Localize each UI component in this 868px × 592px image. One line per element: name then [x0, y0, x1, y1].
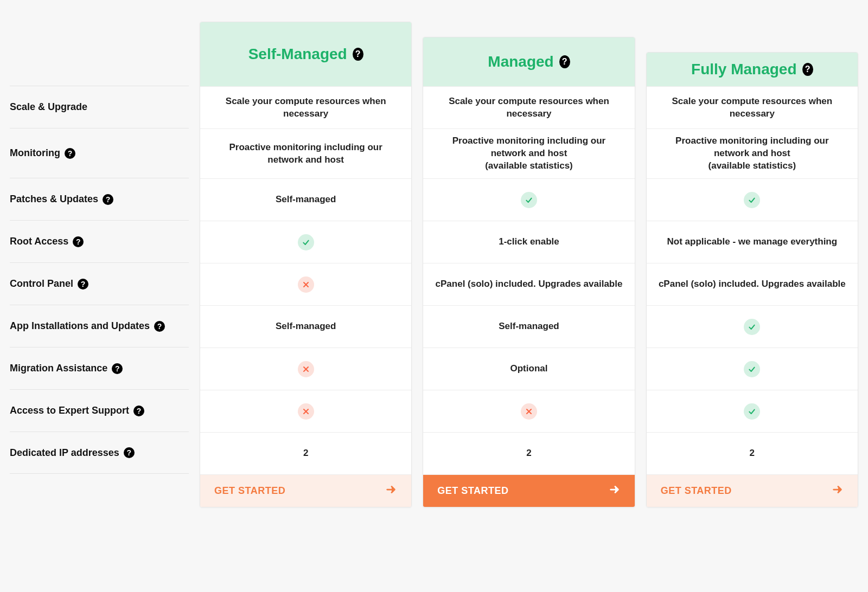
- plan-title: Managed: [488, 53, 553, 70]
- plan-feature-cell: 1-click enable: [423, 221, 634, 263]
- plan-feature-text: 1-click enable: [499, 236, 559, 248]
- plan-feature-cell: cPanel (solo) included. Upgrades availab…: [647, 263, 858, 305]
- feature-label-row: App Installations and Updates?: [10, 305, 189, 347]
- help-icon[interactable]: ?: [353, 48, 363, 61]
- plan-header: Managed?: [423, 37, 634, 86]
- help-icon[interactable]: ?: [133, 406, 144, 416]
- feature-label: Control Panel: [10, 278, 73, 289]
- plan-header: Fully Managed?: [647, 53, 858, 86]
- help-icon[interactable]: ?: [154, 321, 165, 332]
- feature-label-row: Control Panel?: [10, 262, 189, 305]
- plan-feature-cell: Self-managed: [200, 178, 411, 221]
- plan-feature-text: 2: [526, 447, 531, 460]
- help-icon[interactable]: ?: [78, 279, 88, 289]
- plan-feature-cell: Proactive monitoring including our netwo…: [647, 128, 858, 178]
- plan-feature-cell: [200, 263, 411, 305]
- help-icon[interactable]: ?: [559, 55, 570, 68]
- feature-label-row: Root Access?: [10, 220, 189, 262]
- check-icon: [744, 192, 760, 208]
- feature-label: Patches & Updates: [10, 194, 98, 205]
- plan-feature-cell: [647, 178, 858, 221]
- help-icon[interactable]: ?: [73, 236, 84, 247]
- plan-feature-cell: [200, 390, 411, 432]
- help-icon[interactable]: ?: [112, 363, 123, 374]
- feature-label-row: Scale & Upgrade: [10, 86, 189, 128]
- cross-icon: [521, 403, 537, 420]
- feature-labels-column: Scale & UpgradeMonitoring?Patches & Upda…: [10, 22, 189, 507]
- plan-feature-text: Scale your compute resources when necess…: [212, 95, 399, 120]
- plan-feature-text: Proactive monitoring including our netwo…: [435, 135, 622, 172]
- plan-feature-text: Scale your compute resources when necess…: [435, 95, 622, 120]
- plan-feature-text: Not applicable - we manage everything: [667, 236, 838, 248]
- help-icon[interactable]: ?: [802, 63, 813, 76]
- cross-icon: [298, 403, 314, 420]
- feature-label-row: Dedicated IP addresses?: [10, 432, 189, 474]
- feature-label-row: Migration Assistance?: [10, 347, 189, 389]
- plan-feature-cell: Scale your compute resources when necess…: [423, 86, 634, 128]
- plan-feature-text: Proactive monitoring including our netwo…: [212, 141, 399, 166]
- plan-feature-cell: Scale your compute resources when necess…: [200, 86, 411, 128]
- plan-feature-cell: cPanel (solo) included. Upgrades availab…: [423, 263, 634, 305]
- plan-feature-cell: Scale your compute resources when necess…: [647, 86, 858, 128]
- cta-label: GET STARTED: [661, 485, 732, 497]
- check-icon: [744, 403, 760, 420]
- plan-feature-text: Self-managed: [499, 320, 559, 333]
- plan-feature-cell: [647, 348, 858, 390]
- plan-feature-cell: [200, 221, 411, 263]
- plan-feature-cell: [423, 178, 634, 221]
- check-icon: [521, 192, 537, 208]
- feature-label: Root Access: [10, 236, 68, 247]
- plan-feature-text: 2: [750, 447, 755, 460]
- help-icon[interactable]: ?: [65, 148, 75, 159]
- plan-feature-cell: [423, 390, 634, 432]
- plan-feature-cell: [647, 305, 858, 348]
- plan-feature-cell: Self-managed: [200, 305, 411, 348]
- plan-feature-cell: [647, 390, 858, 432]
- feature-label: Monitoring: [10, 147, 60, 159]
- plan-feature-cell: Proactive monitoring including our netwo…: [423, 128, 634, 178]
- cross-icon: [298, 361, 314, 377]
- feature-label-row: Monitoring?: [10, 128, 189, 178]
- plan-feature-cell: Optional: [423, 348, 634, 390]
- get-started-button[interactable]: GET STARTED: [423, 474, 634, 507]
- feature-label: Dedicated IP addresses: [10, 447, 119, 459]
- get-started-button[interactable]: GET STARTED: [200, 474, 411, 507]
- plan-feature-text: Scale your compute resources when necess…: [659, 95, 846, 120]
- feature-label: App Installations and Updates: [10, 320, 150, 332]
- plan-feature-cell: Proactive monitoring including our netwo…: [200, 128, 411, 178]
- plan-feature-cell: 2: [647, 432, 858, 474]
- feature-label: Scale & Upgrade: [10, 101, 87, 113]
- plan-feature-text: cPanel (solo) included. Upgrades availab…: [436, 278, 623, 291]
- plan-feature-text: cPanel (solo) included. Upgrades availab…: [659, 278, 846, 291]
- plan-title: Fully Managed: [691, 61, 796, 78]
- arrow-right-icon: [385, 484, 397, 498]
- plan-feature-cell: 2: [200, 432, 411, 474]
- plan-feature-text: Optional: [510, 363, 548, 375]
- feature-label: Migration Assistance: [10, 363, 107, 374]
- plan-title: Self-Managed: [248, 46, 347, 63]
- plan-feature-cell: [200, 348, 411, 390]
- plan-header: Self-Managed?: [200, 22, 411, 86]
- plan-card: Managed?Scale your compute resources whe…: [423, 37, 635, 507]
- plan-feature-text: Proactive monitoring including our netwo…: [659, 135, 846, 172]
- plan-feature-cell: 2: [423, 432, 634, 474]
- check-icon: [744, 361, 760, 377]
- cross-icon: [298, 276, 314, 293]
- get-started-button[interactable]: GET STARTED: [647, 474, 858, 507]
- plan-feature-cell: Not applicable - we manage everything: [647, 221, 858, 263]
- check-icon: [298, 234, 314, 250]
- plan-cards: Self-Managed?Scale your compute resource…: [200, 22, 858, 507]
- cta-label: GET STARTED: [214, 485, 285, 497]
- check-icon: [744, 319, 760, 335]
- help-icon[interactable]: ?: [103, 194, 113, 205]
- plan-feature-cell: Self-managed: [423, 305, 634, 348]
- help-icon[interactable]: ?: [124, 447, 135, 458]
- pricing-comparison-table: Scale & UpgradeMonitoring?Patches & Upda…: [0, 0, 868, 517]
- plan-feature-text: Self-managed: [276, 194, 336, 206]
- feature-label-row: Patches & Updates?: [10, 178, 189, 220]
- plan-feature-text: 2: [303, 447, 308, 460]
- feature-label-row: Access to Expert Support?: [10, 389, 189, 432]
- plan-card: Self-Managed?Scale your compute resource…: [200, 22, 412, 507]
- arrow-right-icon: [609, 484, 621, 498]
- plan-feature-text: Self-managed: [276, 320, 336, 333]
